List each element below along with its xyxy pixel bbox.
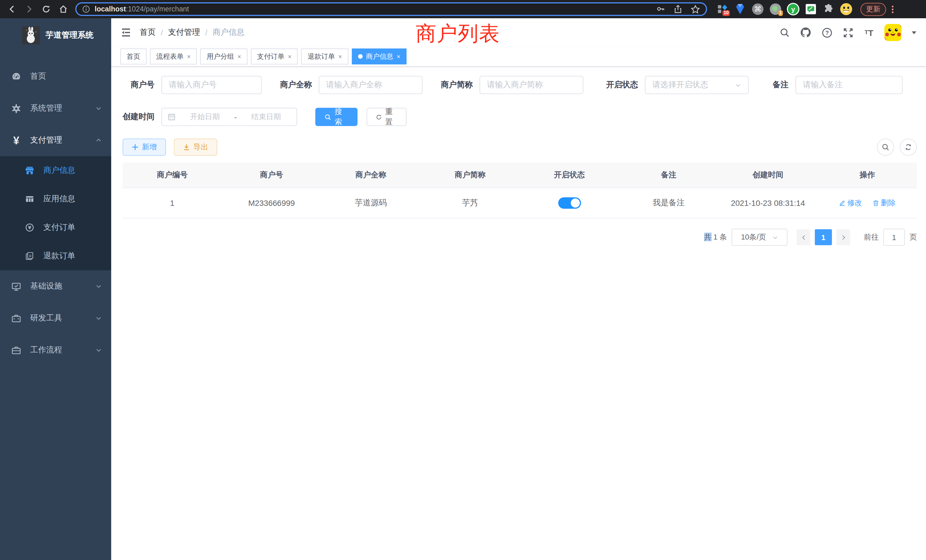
- fullscreen-button[interactable]: [842, 27, 853, 38]
- edit-link[interactable]: 修改: [839, 198, 862, 208]
- merchant-no-input[interactable]: 请输入商户号: [161, 76, 262, 94]
- browser-reload-button[interactable]: [39, 2, 54, 17]
- col-remark: 备注: [619, 162, 718, 188]
- tab-merchant-info[interactable]: 商户信息×: [352, 48, 407, 64]
- edit-pencil-icon: [839, 200, 846, 206]
- github-link[interactable]: [800, 27, 811, 38]
- sidebar-item-home[interactable]: 首页: [0, 61, 111, 92]
- status-toggle[interactable]: [558, 197, 581, 209]
- refresh-table-button[interactable]: [900, 139, 917, 156]
- bookmark-star-icon[interactable]: [690, 4, 700, 14]
- remark-input[interactable]: 请输入备注: [796, 76, 903, 94]
- shop-icon: [25, 166, 34, 175]
- tags-view-bar: 首页 流程表单× 用户分组× 支付订单× 退款订单× 商户信息×: [111, 47, 926, 67]
- browser-back-button[interactable]: [5, 2, 20, 17]
- chevron-down-icon: [95, 315, 102, 322]
- col-create-time: 创建时间: [719, 162, 818, 188]
- caret-down-icon[interactable]: [911, 30, 917, 35]
- page-number-1[interactable]: 1: [815, 229, 832, 245]
- ext-yudao-icon[interactable]: y: [787, 3, 799, 15]
- full-name-input[interactable]: 请输入商户全称: [319, 76, 422, 94]
- chevron-down-icon: [95, 283, 102, 290]
- sidebar-item-label: 应用信息: [43, 194, 75, 204]
- sidebar-item-workflow[interactable]: 工作流程: [0, 334, 111, 366]
- goto-page-input[interactable]: 1: [883, 229, 905, 246]
- pagination-total: 共 1 条: [704, 232, 727, 242]
- add-button[interactable]: 新增: [123, 139, 166, 156]
- sidebar-collapse-icon[interactable]: [120, 27, 132, 38]
- tab-pay-order[interactable]: 支付订单×: [251, 48, 298, 64]
- fullscreen-icon: [843, 27, 853, 38]
- sidebar-item-devtools[interactable]: 研发工具: [0, 302, 111, 334]
- briefcase-icon: [11, 345, 21, 355]
- share-icon[interactable]: [673, 5, 682, 14]
- sidebar-item-label: 研发工具: [30, 313, 86, 323]
- tab-close-icon[interactable]: ×: [397, 53, 401, 60]
- browser-profile-avatar[interactable]: [840, 3, 852, 15]
- user-avatar[interactable]: [884, 24, 902, 41]
- tab-label: 商户信息: [366, 51, 393, 61]
- tab-label: 用户分组: [207, 51, 234, 61]
- extensions-puzzle-icon[interactable]: [822, 3, 835, 15]
- show-search-toggle-button[interactable]: [877, 139, 894, 156]
- font-size-button[interactable]: TT: [863, 27, 875, 38]
- breadcrumb-separator: /: [161, 28, 163, 37]
- button-label: 新增: [142, 142, 157, 152]
- ext-gem-icon[interactable]: [734, 3, 746, 15]
- breadcrumb-pay[interactable]: 支付管理: [168, 27, 200, 38]
- sidebar-item-pay[interactable]: ¥ 支付管理: [0, 124, 111, 156]
- breadcrumb-home[interactable]: 首页: [140, 27, 156, 38]
- tab-label: 流程表单: [156, 51, 184, 61]
- ext-blocks-icon[interactable]: 10: [716, 3, 729, 15]
- tab-user-group[interactable]: 用户分组×: [200, 48, 247, 64]
- help-button[interactable]: ?: [821, 27, 832, 38]
- reset-button[interactable]: 重置: [367, 108, 407, 126]
- sidebar-item-refund-order[interactable]: 退款订单: [0, 242, 111, 270]
- tab-refund-order[interactable]: 退款订单×: [301, 48, 348, 64]
- short-name-input[interactable]: 请输入商户简称: [480, 76, 583, 94]
- ext-chat-icon[interactable]: [805, 3, 817, 15]
- sidebar-item-pay-order[interactable]: ¥ 支付订单: [0, 213, 111, 242]
- tab-close-icon[interactable]: ×: [187, 53, 191, 60]
- tab-process-form[interactable]: 流程表单×: [150, 48, 197, 64]
- browser-forward-button[interactable]: [22, 2, 36, 17]
- create-time-range-picker[interactable]: 开始日期 - 结束日期: [161, 108, 297, 126]
- delete-link[interactable]: 删除: [872, 198, 896, 208]
- cell-create-time: 2021-10-23 08:31:14: [719, 188, 818, 218]
- ext-command-icon[interactable]: ⌘: [752, 3, 764, 15]
- filter-status: 开启状态 请选择开启状态: [606, 76, 749, 94]
- browser-update-button[interactable]: 更新: [861, 3, 886, 16]
- chevron-up-icon: [95, 137, 102, 144]
- header-search-button[interactable]: [779, 27, 790, 38]
- ext-recorder-icon[interactable]: 1: [769, 3, 782, 15]
- pay-submenu: 商户信息 应用信息 ¥ 支付订单 退款订单: [0, 156, 111, 270]
- filter-row-1: 商户号 请输入商户号 商户全称 请输入商户全称 商户简称 请输入商户简称 开启状…: [123, 76, 917, 94]
- tab-close-icon[interactable]: ×: [238, 53, 241, 60]
- browser-menu-button[interactable]: [892, 5, 894, 13]
- sidebar-item-system[interactable]: 系统管理: [0, 92, 111, 124]
- pagination: 共 1 条 10条/页 1 前往 1: [123, 229, 917, 246]
- password-key-icon[interactable]: [656, 4, 666, 14]
- tab-close-icon[interactable]: ×: [288, 53, 292, 60]
- sidebar-item-app-info[interactable]: 应用信息: [0, 185, 111, 213]
- sidebar-item-infra[interactable]: 基础设施: [0, 270, 111, 302]
- tab-home[interactable]: 首页: [120, 48, 147, 64]
- export-button[interactable]: 导出: [174, 139, 217, 156]
- browser-home-button[interactable]: [56, 2, 71, 17]
- total-suffix: 条: [720, 233, 727, 241]
- filter-remark: 备注 请输入备注: [773, 76, 903, 94]
- search-button[interactable]: 搜索: [315, 108, 357, 126]
- page-size-select[interactable]: 10条/页: [732, 229, 787, 246]
- sidebar-logo[interactable]: 芋道管理系统: [0, 18, 111, 53]
- next-page-button[interactable]: [837, 229, 850, 245]
- sidebar-item-merchant-info[interactable]: 商户信息: [0, 156, 111, 185]
- prev-page-button[interactable]: [797, 229, 810, 245]
- col-merchant-id: 商户编号: [123, 162, 222, 188]
- tab-close-icon[interactable]: ×: [338, 53, 342, 60]
- filter-full-name: 商户全称 请输入商户全称: [280, 76, 422, 94]
- ext-badge: 10: [722, 10, 730, 16]
- address-bar[interactable]: localhost:1024/pay/merchant: [75, 2, 707, 16]
- sidebar-item-label: 支付订单: [43, 222, 75, 233]
- status-select[interactable]: 请选择开启状态: [645, 76, 749, 94]
- sidebar-item-label: 系统管理: [30, 103, 86, 114]
